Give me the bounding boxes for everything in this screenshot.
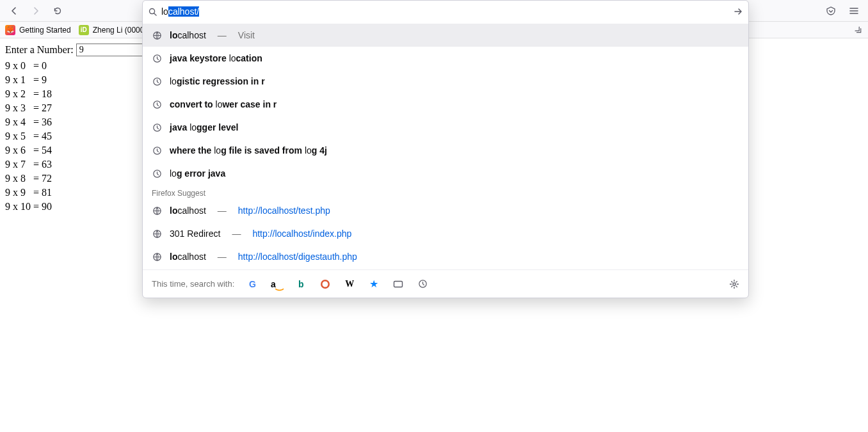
suggestion-url: http://localhost/digestauth.php — [238, 252, 357, 262]
clock-icon — [152, 99, 162, 109]
clock-icon — [152, 168, 162, 179]
suggestion-visit[interactable]: localhost — Visit — [143, 24, 748, 47]
globe-icon — [152, 252, 162, 262]
clock-icon — [152, 53, 162, 63]
suggestion-site[interactable]: 301 Redirect—http://localhost/index.php — [143, 222, 748, 245]
firefox-icon: 🦊 — [5, 25, 15, 35]
suggestion-site[interactable]: localhost—http://localhost/test.php — [143, 199, 748, 222]
svg-rect-13 — [394, 281, 403, 287]
bookmark-getting-started[interactable]: 🦊 Getting Started — [5, 25, 71, 35]
suggestions-list: localhost — Visit java keystore location… — [143, 22, 748, 269]
globe-icon — [152, 205, 162, 216]
suggestion-title: localhost — [170, 252, 206, 262]
dash: — — [218, 30, 227, 40]
suggestion-history[interactable]: java logger level — [143, 116, 748, 139]
clock-icon — [152, 122, 162, 132]
suggestion-title: 301 Redirect — [170, 228, 220, 239]
search-engine-oneoffs: This time, search with: G a‿ b W ★ — [143, 269, 748, 298]
suggestion-history[interactable]: logistic regression in r — [143, 70, 748, 93]
bookmark-label: Zheng Li (0000- — [93, 26, 147, 35]
oneoff-label: This time, search with: — [152, 279, 234, 289]
svg-point-12 — [323, 281, 328, 287]
globe-icon — [152, 228, 162, 239]
engine-wikipedia[interactable]: W — [343, 278, 356, 291]
suggestion-history[interactable]: convert to lower case in r — [143, 93, 748, 116]
engine-history[interactable] — [416, 278, 429, 291]
reload-button[interactable] — [49, 2, 67, 20]
suggestion-history[interactable]: java keystore location — [143, 47, 748, 70]
search-icon — [148, 7, 157, 17]
suggestion-title: where the log file is saved from log 4j — [170, 145, 327, 156]
suggestion-title: convert to lower case in r — [170, 99, 277, 109]
bookmarks-overflow-button[interactable] — [854, 26, 863, 35]
svg-point-15 — [733, 283, 735, 285]
suggestion-url: http://localhost/index.php — [252, 228, 351, 239]
suggestion-title: java keystore location — [170, 53, 262, 63]
suggest-section-label: Firefox Suggest — [143, 185, 748, 199]
bookmark-label: Getting Started — [19, 26, 71, 35]
suggestion-title: java logger level — [170, 122, 238, 132]
engine-amazon[interactable]: a‿ — [270, 278, 283, 291]
suggestion-title: localhost — [170, 30, 206, 40]
save-to-pocket-button[interactable] — [822, 2, 840, 20]
engine-tabs[interactable] — [392, 278, 405, 291]
engine-duckduckgo[interactable] — [319, 278, 332, 291]
suggestion-url: http://localhost/test.php — [238, 205, 330, 216]
urlbar-dropdown: localhost/ localhost — Visit java keysto… — [142, 0, 749, 298]
suggestion-action: Visit — [238, 30, 255, 40]
globe-icon — [152, 30, 162, 40]
clock-icon — [152, 76, 162, 86]
suggestion-title: localhost — [170, 205, 206, 216]
app-menu-button[interactable] — [845, 2, 863, 20]
engine-bing[interactable]: b — [294, 278, 307, 291]
suggest-settings-button[interactable] — [729, 279, 739, 289]
orcid-icon: iD — [79, 25, 89, 35]
clock-icon — [152, 145, 162, 156]
forward-button[interactable] — [27, 2, 45, 20]
suggestion-history[interactable]: where the log file is saved from log 4j — [143, 139, 748, 162]
suggestion-title: log error java — [170, 168, 225, 179]
engine-google[interactable]: G — [246, 278, 259, 291]
urlbar[interactable]: localhost/ — [143, 1, 748, 22]
go-button[interactable] — [733, 6, 743, 17]
suggestion-site[interactable]: localhost—http://localhost/digestauth.ph… — [143, 245, 748, 268]
suggestion-history[interactable]: log error java — [143, 162, 748, 185]
urlbar-input-text[interactable]: localhost/ — [161, 6, 199, 17]
bookmark-zheng-li[interactable]: iD Zheng Li (0000- — [79, 25, 147, 35]
suggestion-title: logistic regression in r — [170, 76, 265, 86]
back-button[interactable] — [5, 2, 23, 20]
input-label: Enter a Number: — [5, 44, 74, 56]
number-input[interactable] — [76, 44, 147, 56]
engine-bookmarks[interactable]: ★ — [367, 278, 380, 291]
